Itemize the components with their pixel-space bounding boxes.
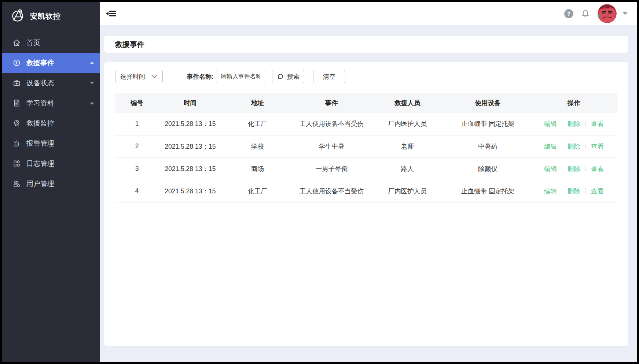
event-name-label: 事件名称: bbox=[187, 73, 214, 81]
page-title: 救援事件 bbox=[115, 40, 144, 49]
delete-link[interactable]: 删除 bbox=[568, 164, 580, 173]
chevron-down-icon bbox=[90, 82, 94, 84]
sidebar-item-label: 首页 bbox=[26, 38, 40, 48]
events-panel: 选择时间 事件名称: bbox=[104, 62, 628, 346]
cell-time: 2021.5.28 13：15 bbox=[159, 135, 221, 157]
sidebar-item-rescue-events[interactable]: 救援事件 bbox=[2, 53, 100, 73]
sidebar-item-device-status[interactable]: 设备状态 bbox=[2, 73, 100, 93]
chevron-up-icon bbox=[90, 62, 94, 64]
cell-equipment: 除颤仪 bbox=[445, 157, 530, 180]
sidebar-item-label: 设备状态 bbox=[26, 78, 54, 88]
cell-time: 2021.5.28 13：15 bbox=[159, 113, 221, 135]
bell-icon[interactable] bbox=[581, 9, 590, 18]
cell-id: 2 bbox=[115, 135, 159, 157]
search-icon bbox=[277, 73, 284, 80]
cell-time: 2021.5.28 13：15 bbox=[159, 157, 221, 180]
table-row: 32021.5.28 13：15商场一男子晕倒路人除颤仪编辑删除查看 bbox=[115, 157, 617, 180]
cell-event: 一男子晕倒 bbox=[293, 157, 370, 180]
chevron-down-icon[interactable] bbox=[623, 12, 628, 15]
col-header-actions: 操作 bbox=[530, 93, 617, 113]
brand-logo-icon bbox=[11, 8, 25, 24]
sidebar-item-alarm-management[interactable]: 报警管理 bbox=[2, 133, 100, 153]
cell-address: 化工厂 bbox=[221, 113, 293, 135]
sidebar-item-home[interactable]: 首页 bbox=[2, 33, 100, 53]
cell-rescuer: 厂内医护人员 bbox=[370, 180, 445, 202]
table-row: 22021.5.28 13：15学校学生中暑老师中暑药编辑删除查看 bbox=[115, 135, 617, 157]
action-separator bbox=[585, 166, 586, 171]
clear-button[interactable]: 清空 bbox=[313, 70, 345, 83]
avatar[interactable] bbox=[598, 4, 617, 23]
cell-actions: 编辑删除查看 bbox=[530, 113, 617, 135]
view-link[interactable]: 查看 bbox=[591, 142, 604, 151]
table-body: 12021.5.28 13：15化工厂工人使用设备不当受伤厂内医护人员止血绷带 … bbox=[115, 113, 617, 202]
edit-link[interactable]: 编辑 bbox=[544, 164, 557, 173]
plus-circle-icon bbox=[12, 59, 21, 67]
clear-button-label: 清空 bbox=[323, 73, 335, 81]
content: 救援事件 选择时间 事件名称: bbox=[100, 25, 637, 362]
action-separator bbox=[562, 144, 562, 149]
search-button[interactable]: 搜索 bbox=[272, 70, 304, 83]
cell-event: 工人使用设备不当受伤 bbox=[293, 180, 370, 202]
webcam-icon bbox=[12, 119, 21, 128]
filter-bar: 选择时间 事件名称: bbox=[115, 70, 617, 83]
alarm-icon bbox=[12, 139, 21, 148]
sidebar: 安凯软控 首页 救援事件 bbox=[2, 2, 100, 362]
cell-actions: 编辑删除查看 bbox=[530, 180, 617, 202]
sidebar-item-label: 日志管理 bbox=[26, 159, 54, 168]
event-name-input[interactable] bbox=[216, 70, 265, 83]
col-header-event: 事件 bbox=[293, 93, 370, 113]
cell-id: 3 bbox=[115, 157, 159, 180]
table-header-row: 编号 时间 地址 事件 救援人员 使用设备 操作 bbox=[115, 93, 617, 113]
sidebar-item-log-management[interactable]: 日志管理 bbox=[2, 153, 100, 174]
delete-link[interactable]: 删除 bbox=[568, 187, 580, 196]
action-separator bbox=[562, 188, 562, 194]
topbar: ? bbox=[100, 2, 637, 25]
cell-event: 工人使用设备不当受伤 bbox=[293, 113, 370, 135]
edit-link[interactable]: 编辑 bbox=[544, 119, 557, 128]
cell-equipment: 止血绷带 固定托架 bbox=[445, 113, 530, 135]
view-link[interactable]: 查看 bbox=[591, 119, 604, 128]
col-header-id: 编号 bbox=[115, 93, 159, 113]
cell-rescuer: 老师 bbox=[370, 135, 445, 157]
delete-link[interactable]: 删除 bbox=[568, 142, 580, 151]
time-select[interactable]: 选择时间 bbox=[115, 70, 163, 83]
cell-rescuer: 厂内医护人员 bbox=[370, 113, 445, 135]
sidebar-collapse-button[interactable] bbox=[104, 7, 117, 20]
col-header-rescuer: 救援人员 bbox=[370, 93, 445, 113]
sidebar-item-label: 报警管理 bbox=[26, 139, 54, 148]
help-icon[interactable]: ? bbox=[564, 9, 573, 18]
cell-equipment: 止血绷带 固定托架 bbox=[445, 180, 530, 202]
cell-address: 学校 bbox=[221, 135, 293, 157]
sidebar-item-user-management[interactable]: 用户管理 bbox=[2, 174, 100, 194]
sidebar-item-rescue-monitoring[interactable]: 救援监控 bbox=[2, 113, 100, 133]
edit-link[interactable]: 编辑 bbox=[544, 142, 557, 151]
sidebar-item-label: 用户管理 bbox=[26, 179, 54, 189]
cell-event: 学生中暑 bbox=[293, 135, 370, 157]
view-link[interactable]: 查看 bbox=[591, 187, 604, 196]
first-aid-icon bbox=[12, 79, 21, 88]
col-header-time: 时间 bbox=[159, 93, 221, 113]
action-separator bbox=[585, 144, 586, 149]
edit-link[interactable]: 编辑 bbox=[544, 187, 557, 196]
sidebar-item-label: 救援事件 bbox=[26, 58, 54, 68]
table-row: 12021.5.28 13：15化工厂工人使用设备不当受伤厂内医护人员止血绷带 … bbox=[115, 113, 617, 135]
cell-rescuer: 路人 bbox=[370, 157, 445, 180]
sidebar-item-label: 救援监控 bbox=[26, 119, 54, 128]
main-area: ? bbox=[100, 2, 637, 362]
col-header-address: 地址 bbox=[221, 93, 293, 113]
sidebar-item-label: 学习资料 bbox=[26, 99, 54, 108]
delete-link[interactable]: 删除 bbox=[568, 119, 580, 128]
brand-name: 安凯软控 bbox=[30, 11, 61, 21]
time-select-value: 选择时间 bbox=[120, 73, 145, 81]
grid-icon bbox=[12, 159, 21, 168]
chevron-down-icon bbox=[151, 73, 158, 80]
cell-id: 4 bbox=[115, 180, 159, 202]
view-link[interactable]: 查看 bbox=[591, 164, 604, 173]
action-separator bbox=[562, 166, 562, 171]
chevron-up-icon bbox=[90, 102, 94, 104]
cell-time: 2021.5.28 13：15 bbox=[159, 180, 221, 202]
cell-actions: 编辑删除查看 bbox=[530, 135, 617, 157]
sidebar-item-study-materials[interactable]: 学习资料 bbox=[2, 93, 100, 113]
cell-id: 1 bbox=[115, 113, 159, 135]
page-title-card: 救援事件 bbox=[104, 36, 628, 53]
